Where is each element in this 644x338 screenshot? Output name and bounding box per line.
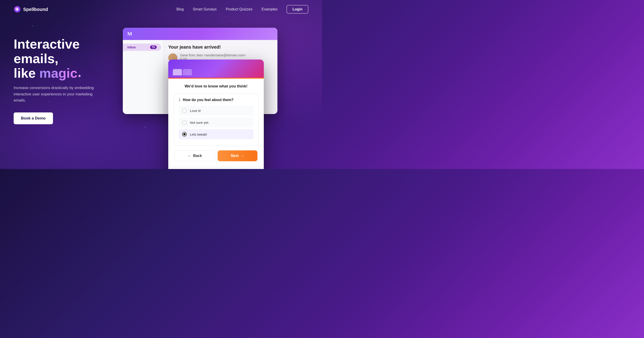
next-label: Next <box>231 154 239 158</box>
nav-blog[interactable]: Blog <box>176 7 184 11</box>
logo-text: Spellbound <box>23 7 48 12</box>
logo-icon <box>14 6 21 13</box>
gmail-logo-icon: M <box>127 31 132 37</box>
inbox-count: 75 <box>150 45 157 49</box>
book-demo-button[interactable]: Book a Demo <box>14 112 53 124</box>
survey-tab-1 <box>173 69 182 75</box>
sender-info: Gene from Jeen <sendername@domain.com> t… <box>180 53 273 60</box>
radio-1 <box>182 108 187 113</box>
main-content: Interactive emails, like magic✦ Increase… <box>0 19 322 164</box>
sender-name-text: Gene from Jeen <box>180 53 203 57</box>
question-header: 1 How do you feel about them? <box>178 98 254 102</box>
logo[interactable]: Spellbound <box>14 6 48 13</box>
inbox-label: Inbox <box>127 45 136 49</box>
answer-option-3[interactable]: Lets tweak! <box>178 129 254 139</box>
survey-footer: Made interactive with Spellbound ↗ <box>168 167 264 169</box>
nav-links: Blog Smart Surveys Product Quizzes Examp… <box>176 5 308 14</box>
hero-title-line2: emails, <box>14 51 58 66</box>
survey-question-area: 1 How do you feel about them? Love it! N… <box>174 93 258 146</box>
survey-card-header <box>168 59 264 78</box>
answer-text-2: Not sure yet. <box>190 121 209 124</box>
radio-2 <box>182 120 187 125</box>
email-mockup-container: M Inbox 75 Your jeans have arrived! <box>123 28 308 164</box>
survey-card-body: We'd love to know what you think! 1 How … <box>168 79 264 167</box>
question-text: How do you feel about them? <box>183 98 234 102</box>
answer-option-1[interactable]: Love it! <box>178 106 254 116</box>
survey-card-tabs <box>173 69 192 75</box>
back-label: Back <box>193 154 202 158</box>
email-subject: Your jeans have arrived! <box>168 44 273 50</box>
hero-sparkle: ✦ <box>78 74 82 79</box>
gmail-sidebar: Inbox 75 <box>123 40 164 114</box>
question-number: 1 <box>178 98 180 102</box>
gmail-header: M <box>123 28 278 40</box>
answer-option-2[interactable]: Not sure yet. <box>178 117 254 127</box>
next-button[interactable]: Next → <box>218 150 258 161</box>
back-arrow-icon: ← <box>188 154 191 158</box>
nav-examples[interactable]: Examples <box>262 7 278 11</box>
next-arrow-icon: → <box>240 154 244 158</box>
radio-3 <box>182 132 187 136</box>
hero-subtitle: Increase conversions drastically by embe… <box>14 85 96 103</box>
hero-title-line1: Interactive <box>14 36 80 51</box>
hero-text: Interactive emails, like magic✦ Increase… <box>14 28 109 124</box>
nav-smart-surveys[interactable]: Smart Surveys <box>193 7 217 11</box>
survey-actions: ← Back Next → <box>174 150 258 161</box>
navigation: Spellbound Blog Smart Surveys Product Qu… <box>0 0 322 19</box>
radio-inner-3 <box>183 133 186 135</box>
survey-card: We'd love to know what you think! 1 How … <box>168 59 264 169</box>
hero-title-line3-pre: like <box>14 66 39 80</box>
gmail-inbox-item[interactable]: Inbox 75 <box>123 44 161 51</box>
survey-intro-text: We'd love to know what you think! <box>174 84 258 89</box>
login-button[interactable]: Login <box>286 5 308 14</box>
survey-tab-2 <box>183 69 192 75</box>
answer-text-1: Love it! <box>190 109 201 113</box>
hero-magic-word: magic <box>39 66 78 80</box>
answer-text-3: Lets tweak! <box>190 132 207 136</box>
back-button[interactable]: ← Back <box>175 150 215 161</box>
sender-email-text: <sendername@domain.com> <box>204 53 246 57</box>
nav-product-quizzes[interactable]: Product Quizzes <box>226 7 252 11</box>
sender-name: Gene from Jeen <sendername@domain.com> <box>180 53 273 57</box>
hero-title: Interactive emails, like magic✦ <box>14 37 109 80</box>
